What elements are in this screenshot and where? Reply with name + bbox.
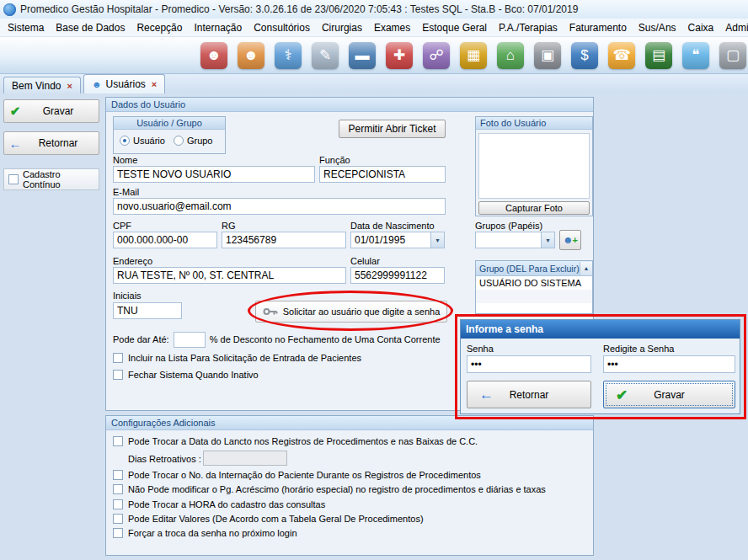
app-window: Promedico Gestão Hospitalar - Promedico …: [0, 0, 748, 560]
retornar-button[interactable]: ← Retornar: [3, 131, 99, 155]
close-icon[interactable]: ×: [67, 81, 72, 91]
informe-senha-dialog: Informe a senha Senha Redigite a Senha ←…: [460, 319, 740, 414]
endereco-input[interactable]: [113, 267, 346, 284]
celular-input[interactable]: [350, 267, 445, 284]
users-tab-icon: ☻: [92, 79, 102, 89]
add-group-button[interactable]: ☻+: [559, 230, 581, 250]
menu-item-sistema[interactable]: Sistema: [2, 22, 50, 34]
foto-preview: [478, 133, 590, 199]
permitir-abrir-ticket-label: Permitir Abrir Ticket: [348, 123, 435, 135]
network-icon[interactable]: ☍: [423, 42, 450, 69]
grupo-list-item[interactable]: USUÁRIO DO SISTEMA: [476, 276, 592, 290]
reports-icon[interactable]: ▢: [719, 42, 746, 69]
key-icon: [263, 307, 278, 317]
tab-usuarios-label: Usuários: [106, 78, 146, 90]
grupo-list-header-label: Grupo (DEL Para Excluir): [479, 264, 580, 274]
config-checkbox-no-internacao[interactable]: Pode Trocar o No. da Internação do Pacie…: [113, 470, 481, 480]
checkbox-icon: [113, 484, 123, 494]
billing-icon[interactable]: $: [571, 42, 598, 69]
permitir-abrir-ticket-button[interactable]: Permitir Abrir Ticket: [339, 120, 446, 138]
dias-retroativos-input: [203, 451, 287, 466]
dialog-gravar-button[interactable]: ✔ Gravar: [603, 381, 735, 408]
fechar-sistema-label: Fechar Sistema Quando Inativo: [128, 370, 259, 380]
config-checkbox-editar-valores[interactable]: Pode Editar Valores (De Acordo com a Tab…: [113, 514, 424, 524]
nome-label: Nome: [113, 155, 137, 165]
close-icon[interactable]: ×: [152, 79, 157, 89]
exit-icon[interactable]: ☻: [200, 42, 227, 69]
email-input[interactable]: [113, 198, 446, 215]
radio-off-icon: [174, 136, 184, 146]
menu-item-consultorios[interactable]: Consultórios: [248, 22, 316, 34]
menu-item-estoque-geral[interactable]: Estoque Geral: [416, 22, 493, 34]
rg-label: RG: [222, 221, 236, 231]
menu-item-exames[interactable]: Exames: [368, 22, 416, 34]
cadastro-continuo-label: Cadastro Contínuo: [23, 169, 99, 189]
safe-icon[interactable]: ▣: [534, 42, 561, 69]
gravar-button[interactable]: ✔ Gravar: [3, 99, 99, 123]
config-checkbox-data-lancto[interactable]: Pode Trocar a Data do Lancto nos Registr…: [113, 436, 478, 446]
usuario-grupo-group: Usuário / Grupo Usuário Grupo: [113, 116, 226, 154]
menu-item-caixa[interactable]: Caixa: [682, 22, 720, 34]
desconto-input[interactable]: [174, 332, 206, 348]
nascimento-combo[interactable]: 01/01/1995 ▾: [350, 232, 445, 248]
title-bar: Promedico Gestão Hospitalar - Promedico …: [0, 0, 748, 19]
config-checkbox-pg-acrescimo[interactable]: Não Pode modificar o Pg. Acréscimo (horá…: [113, 484, 546, 494]
chat-icon[interactable]: ❝: [682, 42, 709, 69]
chevron-down-icon[interactable]: ▾: [430, 232, 444, 248]
solicitar-senha-button[interactable]: Solicitar ao usuário que digite a senha: [255, 301, 447, 323]
desconto-row: Pode dar Até: % de Desconto no Fechament…: [113, 331, 441, 348]
funcao-input[interactable]: [319, 166, 446, 183]
radio-usuario[interactable]: Usuário: [120, 136, 165, 146]
grupo-list: Grupo (DEL Para Excluir) ▲ USUÁRIO DO SI…: [475, 260, 593, 314]
capturar-foto-button[interactable]: Capturar Foto: [478, 201, 590, 215]
tab-usuarios[interactable]: ☻ Usuários ×: [83, 74, 165, 93]
rg-input[interactable]: [222, 232, 346, 248]
doctor-icon[interactable]: ⚕: [275, 42, 302, 69]
menu-item-recepcao[interactable]: Recepção: [131, 22, 188, 34]
ambulance-icon[interactable]: ✚: [386, 42, 413, 69]
dias-retroativos-label: Dias Retroativos :: [128, 454, 201, 464]
supplies-icon[interactable]: ▦: [460, 42, 487, 69]
menu-item-faturamento[interactable]: Faturamento: [564, 22, 633, 34]
dialog-retornar-button[interactable]: ← Retornar: [467, 381, 591, 408]
chevron-down-icon[interactable]: ▾: [541, 232, 554, 248]
grupos-papeis-combo[interactable]: ▾: [475, 232, 555, 248]
config-adicionais-header: Configurações Adicionais: [106, 416, 593, 430]
main-toolbar: ☻ ☻ ⚕ ✎ ▬ ✚ ☍ ▦ ⌂ ▣ $ ☎ ▤ ❝ ▢: [0, 37, 748, 74]
solicitar-senha-label: Solicitar ao usuário que digite a senha: [283, 307, 441, 317]
fechar-sistema-checkbox[interactable]: Fechar Sistema Quando Inativo: [113, 370, 259, 380]
cadastro-continuo-checkbox[interactable]: Cadastro Contínuo: [3, 168, 99, 190]
prescription-icon[interactable]: ✎: [312, 42, 339, 69]
menu-item-administracao[interactable]: Administra: [719, 22, 748, 34]
menu-item-sus-ans[interactable]: Sus/Ans: [633, 22, 682, 34]
tab-bem-vindo[interactable]: Bem Vindo ×: [3, 77, 81, 93]
scroll-up-icon[interactable]: ▲: [580, 262, 592, 275]
senha-label: Senha: [467, 344, 494, 354]
nascimento-value: 01/01/1995: [351, 234, 430, 246]
incluir-lista-checkbox[interactable]: Incluir na Lista Para Solicitação de Ent…: [113, 353, 361, 363]
phone-icon[interactable]: ☎: [608, 42, 635, 69]
menu-item-pa-terapias[interactable]: P.A./Terapias: [493, 22, 564, 34]
grupo-list-header: Grupo (DEL Para Excluir) ▲: [476, 261, 592, 276]
config-checkbox-hora-consultas[interactable]: Pode Trocar a HORA do cadastro das consu…: [113, 499, 325, 509]
radio-grupo[interactable]: Grupo: [174, 136, 213, 146]
menu-item-base-de-dados[interactable]: Base de Dados: [50, 22, 131, 34]
checkbox-icon: [113, 353, 123, 363]
tab-bar: Bem Vindo × ☻ Usuários ×: [0, 74, 748, 93]
iniciais-input[interactable]: [113, 302, 182, 319]
radio-on-icon: [120, 136, 130, 146]
cpf-label: CPF: [113, 221, 131, 231]
cpf-input[interactable]: [113, 232, 217, 248]
redigite-senha-input[interactable]: [603, 355, 735, 373]
config-checkbox-forcar-troca-senha[interactable]: Forçar a troca da senha no próximo login: [113, 528, 297, 538]
senha-input[interactable]: [467, 355, 591, 373]
pharmacy-icon[interactable]: ⌂: [497, 42, 524, 69]
patients-icon[interactable]: ☻: [238, 42, 264, 69]
menu-item-internacao[interactable]: Internação: [188, 22, 248, 34]
ledger-icon[interactable]: ▤: [645, 42, 672, 69]
config-label-no-internacao: Pode Trocar o No. da Internação do Pacie…: [128, 470, 481, 480]
nome-input[interactable]: [113, 166, 315, 183]
config-label-pg-acrescimo: Não Pode modificar o Pg. Acréscimo (horá…: [128, 484, 546, 494]
menu-item-cirurgias[interactable]: Cirurgias: [316, 22, 368, 34]
hospital-bed-icon[interactable]: ▬: [349, 42, 376, 69]
